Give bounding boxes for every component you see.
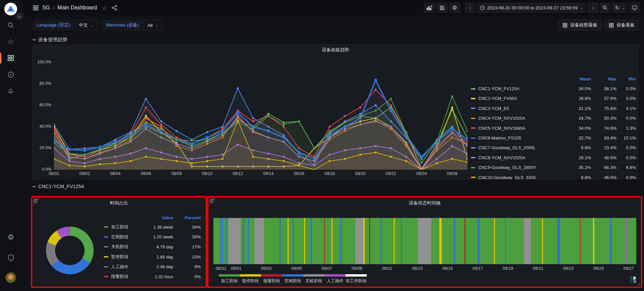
timeline-legend-item[interactable]: 暂停阶段 — [240, 274, 261, 284]
series-name[interactable]: CNC5-YCM_NXV1680A — [471, 126, 565, 131]
timeline-segment[interactable] — [560, 218, 580, 264]
row-header-cnc1[interactable]: CNC1-YCM_FV125A — [32, 184, 84, 189]
percent-column-header[interactable]: Percent — [173, 215, 201, 220]
series-name[interactable]: CNC2-YCM_FV85A — [471, 96, 565, 101]
timeline-segment[interactable] — [254, 218, 264, 264]
time-shift-back-button[interactable]: ‹ — [465, 3, 476, 13]
series-name[interactable]: CNC6-Makino_PS105 — [471, 135, 565, 140]
timeline-segment[interactable] — [305, 218, 311, 264]
panel-title[interactable]: 设备状态时间轴 — [209, 200, 641, 206]
legend-header[interactable]: Min — [616, 76, 636, 81]
dashboard-settings-button[interactable]: ⚙ — [449, 3, 460, 13]
timeline-segment[interactable] — [229, 218, 241, 264]
save-dashboard-button[interactable] — [437, 3, 448, 13]
slice-label[interactable]: 空闲阶段 — [104, 234, 140, 240]
series-name[interactable]: CNC3-YCM_E5 — [471, 106, 565, 111]
slice-label[interactable]: 关机阶段 — [104, 244, 140, 250]
donut-chart[interactable] — [46, 227, 94, 274]
timeline-segment[interactable] — [581, 218, 593, 264]
link-device-board[interactable]: 设备看板 — [605, 20, 639, 31]
timeline-segment[interactable] — [249, 218, 255, 264]
panel-resize-handle[interactable] — [637, 283, 640, 285]
user-avatar[interactable] — [5, 272, 16, 283]
grafana-logo[interactable] — [4, 3, 17, 15]
series-name[interactable]: CNC10-Goodway_GLS_3300 — [471, 175, 565, 179]
sidebar-item-dashboards[interactable] — [0, 51, 21, 65]
kiosk-mode-button[interactable] — [629, 3, 640, 13]
timeline-segment[interactable] — [531, 218, 542, 264]
panel-title[interactable]: 时间占比 — [33, 200, 205, 206]
share-icon[interactable] — [112, 5, 117, 10]
series-name[interactable]: CNC4-YCM_NXV1020A — [471, 116, 565, 121]
timeline-legend-item[interactable]: 报警阶段 — [261, 274, 282, 284]
row-header-usage-trend[interactable]: 设备使用趋势 — [32, 37, 67, 43]
timeline-segment[interactable] — [289, 218, 293, 264]
timeline-segment[interactable] — [370, 218, 381, 264]
timeline-segment[interactable] — [442, 218, 454, 264]
timeline-segment[interactable] — [355, 218, 363, 264]
add-panel-button[interactable] — [424, 3, 435, 13]
state-timeline-bar[interactable] — [213, 218, 636, 264]
timeline-segment[interactable] — [557, 218, 560, 264]
timeline-segment[interactable] — [365, 218, 369, 264]
timeline-segment[interactable] — [506, 218, 524, 264]
breadcrumb-group[interactable]: SG — [42, 5, 50, 11]
timeline-segment[interactable] — [241, 218, 243, 264]
timeline-segment[interactable] — [480, 218, 494, 264]
zoom-out-time-button[interactable] — [600, 3, 610, 13]
timeline-segment[interactable] — [264, 218, 280, 264]
sidebar-item-settings[interactable]: ⚙ — [0, 231, 21, 244]
link-status-board[interactable]: 设备狀態看板 — [558, 20, 601, 31]
timeline-segment[interactable] — [325, 218, 331, 264]
timeline-segment[interactable] — [627, 218, 636, 264]
timeline-segment[interactable] — [455, 218, 464, 264]
timeline-segment[interactable] — [439, 218, 442, 264]
timeline-legend-item[interactable]: 非工作阶段 — [346, 274, 367, 284]
timeline-segment[interactable] — [524, 218, 531, 264]
timeline-segment[interactable] — [495, 218, 505, 264]
timeline-legend-item[interactable]: 空闲阶段 — [282, 274, 303, 284]
timeline-segment[interactable] — [294, 218, 304, 264]
timeline-segment[interactable] — [594, 218, 610, 264]
legend-header[interactable]: Mean — [565, 76, 591, 81]
time-range-picker[interactable]: 2023-08-31 00:00:00 to 2023-09-27 23:59:… — [477, 3, 586, 13]
timeline-segment[interactable] — [244, 218, 248, 264]
sidebar-expand-button[interactable]: › — [15, 12, 23, 20]
timeline-segment[interactable] — [395, 218, 401, 264]
slice-label[interactable]: 报警阶段 — [104, 274, 140, 280]
refresh-button[interactable]: ↻ ⌄ — [612, 3, 628, 13]
timeline-segment[interactable] — [342, 218, 355, 264]
timeline-segment[interactable] — [543, 218, 557, 264]
timeline-segment[interactable] — [611, 218, 626, 264]
sidebar-item-admin[interactable] — [0, 251, 21, 264]
time-series-plot[interactable] — [54, 62, 467, 170]
language-variable-dropdown[interactable]: 中文 ⌄ — [75, 20, 98, 31]
legend-header[interactable]: Max — [591, 76, 616, 81]
series-name[interactable]: CNC8-YCM_NXV1020A — [471, 155, 565, 160]
timeline-segment[interactable] — [213, 218, 220, 264]
timeline-segment[interactable] — [333, 218, 341, 264]
timeline-legend-item[interactable]: 人工操作 — [325, 274, 346, 284]
timeline-segment[interactable] — [465, 218, 478, 264]
timeline-segment[interactable] — [223, 218, 226, 264]
sidebar-item-starred[interactable]: ☆ — [0, 35, 21, 49]
series-name[interactable]: CNC9-Goodway_GLS_2800Y — [471, 165, 565, 170]
panel-title[interactable]: 设备效能趋势 — [33, 47, 638, 53]
timeline-segment[interactable] — [382, 218, 394, 264]
sidebar-item-explore[interactable] — [0, 68, 21, 81]
time-shift-forward-button[interactable]: › — [587, 3, 598, 13]
machines-variable-dropdown[interactable]: All ⌄ — [144, 20, 162, 31]
timeline-segment[interactable] — [431, 218, 439, 264]
timeline-segment[interactable] — [281, 218, 288, 264]
timeline-segment[interactable] — [312, 218, 324, 264]
value-column-header[interactable]: Value — [140, 215, 173, 220]
slice-label[interactable]: 暂停阶段 — [104, 254, 140, 260]
sidebar-item-alerting[interactable] — [0, 84, 21, 98]
slice-label[interactable]: 人工操作 — [104, 264, 140, 270]
timeline-segment[interactable] — [402, 218, 418, 264]
timeline-segment[interactable] — [418, 218, 431, 264]
sidebar-item-search[interactable] — [0, 18, 21, 32]
favorite-star-icon[interactable]: ☆ — [102, 4, 107, 11]
slice-label[interactable]: 加工阶段 — [104, 224, 140, 230]
series-name[interactable]: CNC1-YCM_FV125A — [471, 86, 565, 91]
